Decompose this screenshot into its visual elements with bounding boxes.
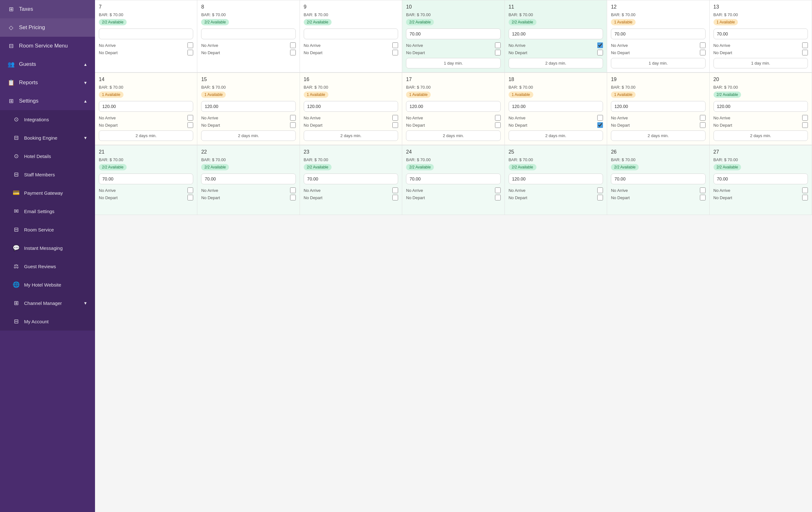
no-depart-checkbox-22[interactable]: [290, 195, 296, 201]
no-depart-checkbox-20[interactable]: [802, 122, 808, 128]
no-arrive-checkbox-23[interactable]: [393, 187, 398, 193]
no-depart-checkbox-25[interactable]: [597, 195, 603, 201]
day-cell-16: 16BAR: $ 70.001 AvailableNo ArriveNo Dep…: [300, 73, 402, 145]
no-arrive-checkbox-15[interactable]: [290, 115, 296, 121]
no-depart-checkbox-16[interactable]: [393, 122, 398, 128]
min-days-btn-17[interactable]: 2 days min.: [406, 130, 500, 141]
sidebar-item-guests[interactable]: 👥 Guests ▲: [0, 55, 95, 73]
price-input-17[interactable]: [406, 101, 500, 112]
no-arrive-checkbox-7[interactable]: [187, 42, 193, 48]
price-input-8[interactable]: [201, 29, 295, 39]
sidebar-item-guest-reviews[interactable]: ⚖ Guest Reviews: [0, 257, 95, 275]
price-input-20[interactable]: [714, 101, 808, 112]
no-depart-checkbox-14[interactable]: [187, 122, 193, 128]
no-depart-checkbox-17[interactable]: [495, 122, 501, 128]
no-depart-checkbox-18[interactable]: [597, 122, 603, 128]
min-days-btn-20[interactable]: 2 days min.: [714, 130, 808, 141]
sidebar-item-staff-members[interactable]: ⊟ Staff Members: [0, 165, 95, 184]
price-input-9[interactable]: [304, 29, 398, 39]
no-depart-checkbox-19[interactable]: [700, 122, 705, 128]
no-arrive-checkbox-21[interactable]: [187, 187, 193, 193]
price-input-14[interactable]: [99, 101, 193, 112]
no-depart-checkbox-26[interactable]: [700, 195, 705, 201]
no-depart-checkbox-21[interactable]: [187, 195, 193, 201]
sidebar-item-reports[interactable]: 📋 Reports ▼: [0, 73, 95, 92]
sidebar-item-my-hotel-website[interactable]: 🌐 My Hotel Website: [0, 275, 95, 294]
min-days-btn-12[interactable]: 1 day min.: [611, 58, 705, 68]
no-depart-checkbox-13[interactable]: [802, 50, 808, 55]
price-input-13[interactable]: [714, 29, 808, 39]
sidebar-item-settings[interactable]: ⊞ Settings ▲: [0, 92, 95, 110]
no-arrive-checkbox-26[interactable]: [700, 187, 705, 193]
no-arrive-checkbox-20[interactable]: [802, 115, 808, 121]
no-depart-row-26: No Depart: [611, 195, 705, 201]
no-depart-checkbox-10[interactable]: [495, 50, 501, 55]
price-input-11[interactable]: [509, 29, 603, 39]
no-depart-checkbox-24[interactable]: [495, 195, 501, 201]
no-depart-checkbox-27[interactable]: [802, 195, 808, 201]
price-input-22[interactable]: [201, 174, 295, 184]
price-input-10[interactable]: [406, 29, 500, 39]
sidebar-item-channel-manager[interactable]: ⊞ Channel Manager ▼: [0, 294, 95, 312]
min-days-btn-14[interactable]: 2 days min.: [99, 130, 193, 141]
no-depart-checkbox-11[interactable]: [597, 50, 603, 55]
price-input-18[interactable]: [509, 101, 603, 112]
min-days-btn-18[interactable]: 2 days min.: [509, 130, 603, 141]
sidebar-item-room-service-menu[interactable]: ⊟ Room Service Menu: [0, 37, 95, 55]
no-arrive-checkbox-8[interactable]: [290, 42, 296, 48]
sidebar-item-set-pricing[interactable]: ◇ Set Pricing: [0, 18, 95, 37]
sidebar-item-room-service[interactable]: ⊟ Room Service: [0, 220, 95, 239]
no-arrive-checkbox-22[interactable]: [290, 187, 296, 193]
min-days-btn-19[interactable]: 2 days min.: [611, 130, 705, 141]
no-depart-checkbox-15[interactable]: [290, 122, 296, 128]
no-arrive-checkbox-17[interactable]: [495, 115, 501, 121]
min-days-btn-11[interactable]: 2 days min.: [509, 58, 603, 68]
no-depart-checkbox-12[interactable]: [700, 50, 705, 55]
no-depart-checkbox-8[interactable]: [290, 50, 296, 55]
no-depart-checkbox-23[interactable]: [393, 195, 398, 201]
sidebar-item-booking-engine[interactable]: ⊟ Booking Engine ▼: [0, 128, 95, 147]
availability-badge-18: 1 Available: [509, 91, 533, 98]
min-days-btn-13[interactable]: 1 day min.: [714, 58, 808, 68]
price-input-27[interactable]: [714, 174, 808, 184]
no-depart-row-24: No Depart: [406, 195, 500, 201]
no-arrive-checkbox-13[interactable]: [802, 42, 808, 48]
no-arrive-checkbox-25[interactable]: [597, 187, 603, 193]
price-input-15[interactable]: [201, 101, 295, 112]
no-depart-checkbox-9[interactable]: [393, 50, 398, 55]
min-days-btn-15[interactable]: 2 days min.: [201, 130, 295, 141]
no-arrive-row-18: No Arrive: [509, 115, 603, 121]
sidebar-item-instant-messaging[interactable]: 💬 Instant Messaging: [0, 239, 95, 257]
min-days-btn-10[interactable]: 1 day min.: [406, 58, 500, 68]
price-input-12[interactable]: [611, 29, 705, 39]
sidebar-item-email-settings[interactable]: ✉ Email Settings: [0, 202, 95, 220]
no-arrive-checkbox-16[interactable]: [393, 115, 398, 121]
no-arrive-checkbox-14[interactable]: [187, 115, 193, 121]
sidebar-item-integrations[interactable]: ⊙ Integrations: [0, 110, 95, 128]
day-number-17: 17: [406, 77, 500, 82]
price-input-16[interactable]: [304, 101, 398, 112]
bar-price-13: BAR: $ 70.00: [714, 12, 808, 17]
no-arrive-checkbox-27[interactable]: [802, 187, 808, 193]
price-input-25[interactable]: [509, 174, 603, 184]
no-arrive-checkbox-18[interactable]: [597, 115, 603, 121]
price-input-26[interactable]: [611, 174, 705, 184]
no-arrive-label-10: No Arrive: [406, 43, 423, 48]
no-arrive-checkbox-19[interactable]: [700, 115, 705, 121]
price-input-19[interactable]: [611, 101, 705, 112]
sidebar-item-my-account[interactable]: ⊟ My Account: [0, 312, 95, 331]
no-arrive-checkbox-24[interactable]: [495, 187, 501, 193]
price-input-23[interactable]: [304, 174, 398, 184]
sidebar-item-taxes[interactable]: ⊞ Taxes: [0, 0, 95, 18]
min-days-btn-16[interactable]: 2 days min.: [304, 130, 398, 141]
no-depart-checkbox-7[interactable]: [187, 50, 193, 55]
price-input-24[interactable]: [406, 174, 500, 184]
price-input-7[interactable]: [99, 29, 193, 39]
no-arrive-checkbox-9[interactable]: [393, 42, 398, 48]
price-input-21[interactable]: [99, 174, 193, 184]
sidebar-item-payment-gateway[interactable]: 💳 Payment Gateway: [0, 184, 95, 202]
no-arrive-checkbox-12[interactable]: [700, 42, 705, 48]
no-arrive-checkbox-10[interactable]: [495, 42, 501, 48]
sidebar-item-hotel-details[interactable]: ⊙ Hotel Details: [0, 147, 95, 165]
no-arrive-checkbox-11[interactable]: [597, 42, 603, 48]
